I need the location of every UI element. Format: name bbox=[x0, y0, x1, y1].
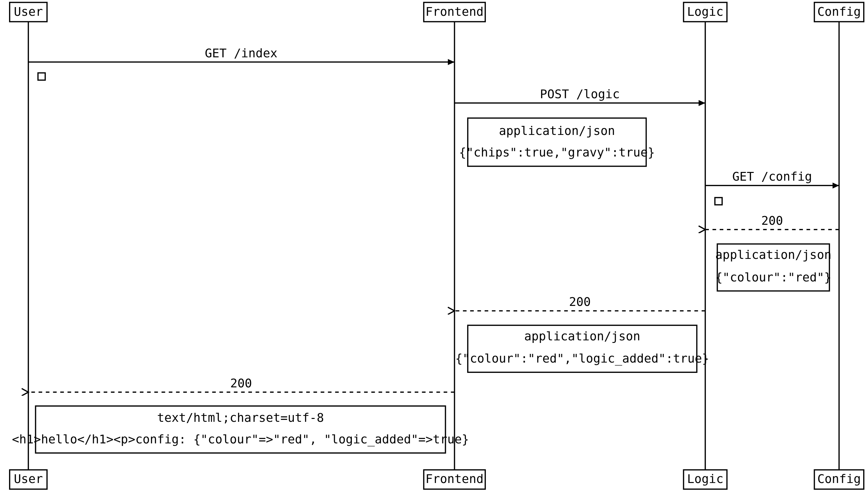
svg-text:User: User bbox=[14, 472, 43, 486]
participant-config-bottom: Config bbox=[814, 470, 864, 489]
participant-user-bottom: User bbox=[10, 470, 47, 489]
msg-logic-frontend-label: 200 bbox=[569, 295, 591, 309]
msg-user-frontend-label: GET /index bbox=[205, 46, 277, 60]
svg-text:{"chips":true,"gravy":true}: {"chips":true,"gravy":true} bbox=[459, 145, 655, 159]
svg-text:{"colour":"red","logic_added":: {"colour":"red","logic_added":true} bbox=[455, 351, 709, 366]
note-config-logic: application/json {"colour":"red"} bbox=[715, 244, 831, 291]
note-frontend-user: text/html;charset=utf-8 <h1>hello</h1><p… bbox=[12, 406, 469, 453]
svg-text:<h1>hello</h1><p>config: {"col: <h1>hello</h1><p>config: {"colour"=>"red… bbox=[12, 432, 469, 447]
activation-logic bbox=[715, 198, 722, 205]
svg-text:application/json: application/json bbox=[715, 248, 831, 262]
msg-frontend-logic-label: POST /logic bbox=[540, 87, 620, 101]
participant-frontend-top: Frontend bbox=[424, 2, 485, 22]
participant-config-label: Config bbox=[817, 4, 861, 19]
participant-logic-label: Logic bbox=[687, 4, 724, 19]
svg-text:text/html;charset=utf-8: text/html;charset=utf-8 bbox=[157, 411, 324, 425]
msg-logic-config-label: GET /config bbox=[732, 169, 812, 183]
participant-frontend-bottom: Frontend bbox=[424, 470, 485, 489]
note-frontend-logic: application/json {"chips":true,"gravy":t… bbox=[459, 118, 655, 167]
svg-text:Logic: Logic bbox=[687, 472, 724, 486]
svg-text:Config: Config bbox=[817, 472, 861, 486]
msg-config-logic-label: 200 bbox=[761, 214, 783, 228]
participant-logic-top: Logic bbox=[684, 2, 727, 22]
note-logic-frontend: application/json {"colour":"red","logic_… bbox=[455, 325, 709, 372]
participant-frontend-label: Frontend bbox=[426, 4, 484, 19]
svg-text:application/json: application/json bbox=[524, 329, 640, 343]
sequence-diagram: User Frontend Logic Config User Frontend… bbox=[0, 0, 868, 492]
svg-text:Frontend: Frontend bbox=[426, 472, 484, 486]
svg-text:{"colour":"red"}: {"colour":"red"} bbox=[715, 270, 831, 284]
participant-user-label: User bbox=[14, 4, 43, 19]
participant-config-top: Config bbox=[814, 2, 864, 22]
msg-frontend-user-label: 200 bbox=[230, 376, 252, 390]
participant-logic-bottom: Logic bbox=[684, 470, 727, 489]
svg-text:application/json: application/json bbox=[499, 124, 615, 138]
participant-user-top: User bbox=[10, 2, 47, 22]
activation-user bbox=[38, 73, 45, 80]
